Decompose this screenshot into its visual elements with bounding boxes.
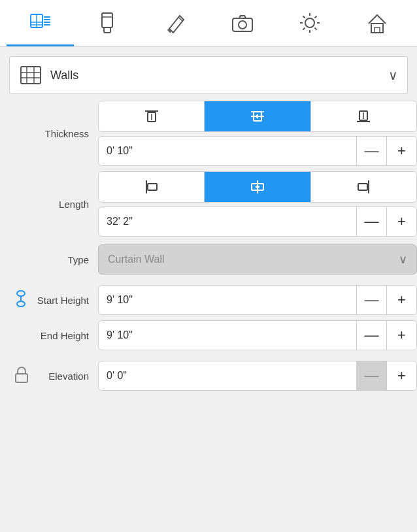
svg-rect-25 bbox=[21, 67, 41, 84]
lock-icon bbox=[13, 365, 30, 384]
length-align-right[interactable] bbox=[311, 172, 416, 202]
chain-icon bbox=[13, 288, 29, 309]
start-height-minus[interactable]: — bbox=[356, 285, 386, 315]
svg-rect-23 bbox=[371, 24, 383, 33]
elevation-value-row: 0' 0" — + bbox=[98, 361, 417, 391]
start-height-row: Start Height 9' 10" — + bbox=[0, 285, 417, 315]
thickness-row: Thickness bbox=[0, 101, 417, 166]
thickness-align-group bbox=[98, 101, 417, 132]
start-height-value: 9' 10" bbox=[99, 294, 356, 306]
length-value: 32' 2" bbox=[99, 216, 356, 227]
type-chevron: ∨ bbox=[399, 252, 407, 267]
chain-icon-wrapper bbox=[13, 288, 29, 312]
length-minus[interactable]: — bbox=[356, 207, 386, 237]
nav-sun-icon[interactable] bbox=[276, 0, 343, 46]
end-height-value-row: 9' 10" — + bbox=[98, 320, 417, 350]
elevation-plus[interactable]: + bbox=[386, 361, 416, 391]
walls-label: Walls bbox=[50, 69, 388, 82]
svg-rect-9 bbox=[104, 27, 110, 33]
walls-chevron: ∨ bbox=[388, 67, 398, 83]
nav-edit-icon[interactable] bbox=[7, 0, 74, 46]
start-height-controls: 9' 10" — + bbox=[98, 285, 417, 315]
length-value-row: 32' 2" — + bbox=[98, 207, 417, 237]
nav-brush-icon[interactable] bbox=[74, 0, 141, 46]
nav-pencil-icon[interactable] bbox=[141, 0, 208, 46]
thickness-controls: 0' 10" — + bbox=[98, 101, 417, 166]
thickness-align-bottom[interactable] bbox=[311, 101, 416, 131]
svg-point-14 bbox=[305, 18, 314, 27]
length-row: Length bbox=[0, 171, 417, 237]
elevation-row: Elevation 0' 0" — + bbox=[0, 361, 417, 391]
start-height-value-row: 9' 10" — + bbox=[98, 285, 417, 315]
end-height-label: End Height bbox=[0, 330, 98, 341]
svg-point-48 bbox=[17, 291, 25, 296]
elevation-value: 0' 0" bbox=[99, 370, 356, 382]
length-align-left[interactable] bbox=[99, 172, 205, 202]
svg-line-21 bbox=[314, 16, 316, 18]
end-height-value: 9' 10" bbox=[99, 329, 356, 341]
svg-line-19 bbox=[303, 16, 305, 18]
svg-rect-46 bbox=[358, 184, 367, 190]
svg-point-50 bbox=[17, 301, 25, 307]
type-dropdown[interactable]: Curtain Wall ∨ bbox=[98, 244, 417, 274]
nav-house-icon[interactable] bbox=[343, 0, 410, 46]
svg-line-22 bbox=[303, 28, 305, 30]
type-row: Type Curtain Wall ∨ bbox=[0, 244, 417, 274]
length-plus[interactable]: + bbox=[386, 207, 416, 237]
elevation-minus[interactable]: — bbox=[356, 361, 386, 391]
svg-rect-8 bbox=[102, 13, 112, 27]
end-height-minus[interactable]: — bbox=[356, 320, 386, 350]
thickness-minus[interactable]: — bbox=[356, 136, 386, 166]
length-align-group bbox=[98, 171, 417, 203]
end-height-row: End Height 9' 10" — + bbox=[0, 320, 417, 350]
svg-point-13 bbox=[239, 21, 246, 29]
properties-panel: Thickness bbox=[0, 101, 417, 391]
nav-camera-icon[interactable] bbox=[208, 0, 276, 46]
length-controls: 32' 2" — + bbox=[98, 171, 417, 237]
svg-rect-41 bbox=[148, 184, 157, 190]
thickness-plus[interactable]: + bbox=[386, 136, 416, 166]
type-label: Type bbox=[0, 254, 98, 265]
elevation-section: Elevation 0' 0" — + bbox=[0, 361, 417, 391]
type-controls: Curtain Wall ∨ bbox=[98, 244, 417, 274]
svg-rect-51 bbox=[16, 374, 27, 382]
walls-dropdown[interactable]: Walls ∨ bbox=[9, 56, 408, 94]
end-height-plus[interactable]: + bbox=[386, 320, 416, 350]
elevation-controls: 0' 0" — + bbox=[98, 361, 417, 391]
thickness-value-row: 0' 10" — + bbox=[98, 136, 417, 166]
svg-line-20 bbox=[314, 28, 316, 30]
start-height-plus[interactable]: + bbox=[386, 285, 416, 315]
length-label: Length bbox=[0, 199, 98, 210]
lock-icon-wrapper bbox=[13, 365, 30, 387]
top-navigation bbox=[0, 0, 417, 47]
thickness-align-top[interactable] bbox=[99, 101, 205, 131]
start-height-section: Start Height 9' 10" — + bbox=[0, 285, 417, 315]
svg-rect-24 bbox=[375, 27, 380, 33]
walls-icon bbox=[19, 63, 42, 87]
thickness-value: 0' 10" bbox=[99, 145, 356, 157]
end-height-controls: 9' 10" — + bbox=[98, 320, 417, 350]
length-align-center[interactable] bbox=[205, 172, 310, 202]
thickness-align-center[interactable] bbox=[205, 101, 310, 131]
thickness-label: Thickness bbox=[0, 128, 98, 139]
type-value: Curtain Wall bbox=[108, 254, 399, 265]
